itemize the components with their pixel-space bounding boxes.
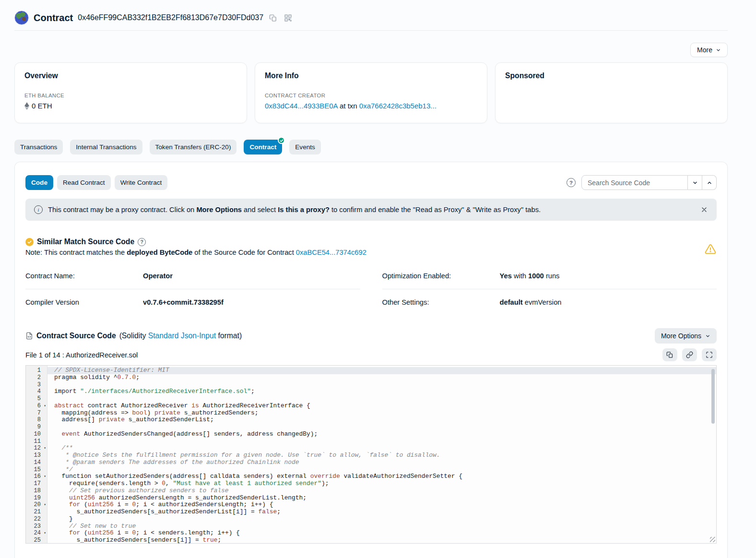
more-info-card-title: More Info [265, 71, 477, 80]
similar-match-help-icon[interactable]: ? [138, 238, 146, 246]
code-line: mapping(address => bool) private s_autho… [47, 410, 716, 417]
code-line: function setAuthorizedSenders(address[] … [47, 473, 716, 480]
eth-balance-value: 0 ETH [32, 102, 52, 110]
creator-txn-link[interactable]: 0xa7662428c3b5eb13... [359, 102, 437, 110]
subtab-read-contract[interactable]: Read Contract [57, 175, 111, 190]
overview-card-title: Overview [24, 71, 237, 80]
qr-code-button[interactable] [283, 13, 293, 23]
proxy-notice-text: This contract may be a proxy contract. C… [48, 206, 541, 214]
copy-address-button[interactable] [268, 13, 278, 23]
more-options-button[interactable]: More Options [655, 328, 717, 344]
summary-cards: Overview ETH BALANCE 0 ETH More Info CON… [14, 62, 728, 123]
similar-contract-link[interactable]: 0xaBCE54...7374c692 [296, 249, 366, 256]
creator-separator-text: at txn [338, 102, 359, 110]
page-header: Contract 0x46eFF99CAB332f1B2EB2Ff6813D67… [14, 0, 728, 25]
help-icon[interactable]: ? [567, 178, 576, 187]
sponsored-card-title: Sponsored [505, 71, 718, 80]
similar-match-section: Similar Match Source Code ? Note: This c… [25, 237, 704, 256]
gutter-line-number: 24▾ [26, 530, 47, 537]
code-lines: // SPDX-License-Identifier: MITpragma so… [47, 366, 716, 543]
code-scrollbar[interactable] [711, 369, 715, 424]
copy-source-button[interactable] [662, 348, 677, 361]
gutter-line-number: 3 [26, 381, 47, 389]
code-line: } [47, 516, 716, 523]
tab-internal-transactions[interactable]: Internal Transactions [70, 140, 142, 154]
code-line: import "./interfaces/AuthorizedReceiverI… [47, 388, 716, 395]
json-input-format-link[interactable]: Standard Json-Input [148, 332, 216, 340]
search-next-button[interactable] [688, 175, 702, 190]
gutter-line-number: 20▾ [26, 501, 47, 509]
code-line [47, 438, 716, 445]
expand-icon [706, 351, 713, 358]
gutter-line-number: 16▾ [26, 473, 47, 480]
more-info-card: More Info CONTRACT CREATOR 0x83dC44...49… [255, 62, 487, 123]
contract-address: 0x46eFF99CAB332f1B2EB2Ff6813D67e7D30FDd0… [78, 13, 263, 22]
code-toolbar [662, 348, 717, 361]
link-icon [686, 351, 693, 358]
gutter-line-number: 23 [26, 523, 47, 530]
subtab-write-contract[interactable]: Write Contract [115, 175, 168, 190]
gutter-line-number: 1 [26, 367, 47, 374]
contract-creator-label: CONTRACT CREATOR [265, 93, 477, 98]
fold-arrow-icon[interactable]: ▾ [44, 501, 46, 509]
expand-button[interactable] [702, 348, 717, 361]
compiler-version-row: Compiler Version v0.7.6+commit.7338295f [25, 289, 360, 315]
tab-contract[interactable]: Contract [244, 140, 282, 154]
gutter-line-number: 22 [26, 516, 47, 523]
warning-triangle-icon [704, 243, 717, 256]
code-line: s_authorizedSenders[s_authorizedSenderLi… [47, 509, 716, 516]
tab-token-transfers[interactable]: Token Transfers (ERC-20) [150, 140, 237, 154]
tab-events[interactable]: Events [289, 140, 321, 154]
subtab-code[interactable]: Code [25, 175, 53, 190]
code-line: for (uint256 i = 0; i < authorizedSender… [47, 501, 716, 509]
fold-arrow-icon[interactable]: ▾ [44, 473, 46, 480]
copy-icon [666, 351, 673, 358]
qr-code-icon [284, 14, 292, 22]
source-code-heading: Contract Source Code (Solidity Standard … [25, 332, 242, 340]
tab-transactions[interactable]: Transactions [14, 140, 63, 154]
eth-icon [24, 102, 29, 110]
contract-subtabs: Code Read Contract Write Contract [25, 175, 167, 190]
code-line: address[] private s_authorizedSenderList… [47, 416, 716, 424]
resize-handle-icon[interactable] [710, 537, 715, 542]
gutter-line-number: 5 [26, 395, 47, 403]
fold-arrow-icon[interactable]: ▾ [44, 445, 46, 452]
gutter-line-number: 10 [26, 431, 47, 438]
search-source-code-input[interactable] [581, 175, 688, 190]
similar-match-title: Similar Match Source Code [37, 237, 134, 246]
file-label: File 1 of 14 : AuthorizedReceiver.sol [25, 351, 138, 359]
code-line: // Set previous authorized senders to fa… [47, 487, 716, 495]
code-line: * @notice Sets the fulfillment permissio… [47, 452, 716, 459]
gutter-line-number: 11 [26, 438, 47, 445]
code-gutter: 123456▾789101112▾13141516▾17181920▾21222… [26, 366, 47, 543]
contract-meta-table: Contract Name: Operator Optimization Ena… [25, 267, 717, 315]
info-icon: i [34, 205, 43, 214]
chevron-down-icon [705, 333, 710, 339]
verified-check-icon [278, 137, 285, 144]
code-line: abstract contract AuthorizedReceiver is … [47, 403, 716, 410]
gutter-line-number: 18 [26, 487, 47, 495]
contract-name-label: Contract Name: [25, 272, 143, 280]
chevron-down-icon [692, 180, 698, 186]
more-options-label: More Options [661, 332, 701, 340]
permalink-button[interactable] [682, 348, 697, 361]
source-code-title: Contract Source Code [36, 332, 116, 340]
code-line [47, 424, 716, 431]
fold-arrow-icon[interactable]: ▾ [44, 530, 46, 537]
chevron-down-icon [716, 47, 721, 53]
gutter-line-number: 8 [26, 416, 47, 424]
file-code-icon [25, 332, 33, 340]
more-dropdown-label: More [697, 46, 712, 54]
code-line [47, 395, 716, 403]
creator-address-link[interactable]: 0x83dC44...4933BE0A [265, 102, 338, 110]
code-line [47, 381, 716, 389]
notice-close-button[interactable] [700, 206, 708, 214]
fold-arrow-icon[interactable]: ▾ [44, 403, 46, 410]
other-settings-value: default evmVersion [500, 298, 562, 306]
gutter-line-number: 9 [26, 424, 47, 431]
search-prev-button[interactable] [702, 175, 717, 190]
optimization-row: Optimization Enabled: Yes with 1000 runs [382, 267, 717, 289]
source-code-editor[interactable]: 123456▾789101112▾13141516▾17181920▾21222… [25, 365, 717, 544]
more-dropdown-button[interactable]: More [690, 43, 728, 57]
code-line: pragma solidity ^0.7.0; [47, 374, 716, 381]
